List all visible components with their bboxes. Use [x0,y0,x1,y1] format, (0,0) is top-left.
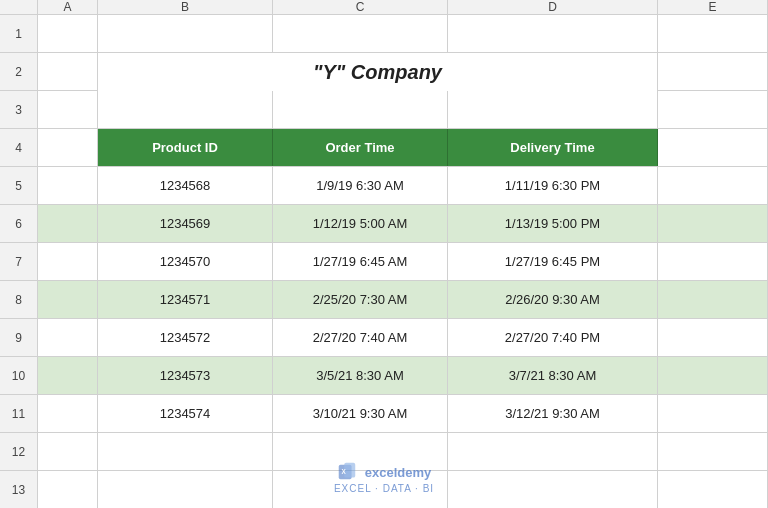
watermark: X exceldemy EXCEL · DATA · BI [334,461,434,494]
company-title: "Y" Company [98,61,657,84]
cell-8a [38,281,98,318]
cell-9e [658,319,768,356]
row-1 [38,15,768,53]
grid-content: "Y" Company Product ID Order Time Delive… [38,15,768,508]
cell-3b [98,91,273,128]
cell-7c: 1/27/19 6:45 AM [273,243,448,280]
svg-rect-1 [344,463,355,478]
title-cell: "Y" Company [98,53,658,91]
cell-6b: 1234569 [98,205,273,242]
cell-5b: 1234568 [98,167,273,204]
col-header-c: C [273,0,448,14]
row-10: 1234573 3/5/21 8:30 AM 3/7/21 8:30 AM [38,357,768,395]
cell-3e [658,91,768,128]
cell-2a [38,53,98,90]
cell-8c: 2/25/20 7:30 AM [273,281,448,318]
cell-7d: 1/27/19 6:45 PM [448,243,658,280]
cell-1b [98,15,273,52]
cell-11a [38,395,98,432]
row-8: 1234571 2/25/20 7:30 AM 2/26/20 9:30 AM [38,281,768,319]
row-3 [38,91,768,129]
cell-10d: 3/7/21 8:30 AM [448,357,658,394]
watermark-logo: X exceldemy [337,461,432,483]
cell-13e [658,471,768,508]
cell-6c: 1/12/19 5:00 AM [273,205,448,242]
cell-12e [658,433,768,470]
exceldemy-icon: X [337,461,359,483]
row-2: "Y" Company [38,53,768,91]
cell-1a [38,15,98,52]
cell-4a [38,129,98,166]
row-num-12: 12 [0,433,37,471]
watermark-name: exceldemy [365,465,432,480]
cell-10b: 1234573 [98,357,273,394]
cell-2e [658,53,768,90]
cell-9a [38,319,98,356]
row-numbers: 1 2 3 4 5 6 7 8 9 10 11 12 13 [0,15,38,508]
cell-1e [658,15,768,52]
cell-6e [658,205,768,242]
cell-10e [658,357,768,394]
row-num-1: 1 [0,15,37,53]
cell-6d: 1/13/19 5:00 PM [448,205,658,242]
cell-7e [658,243,768,280]
row-num-8: 8 [0,281,37,319]
cell-12b [98,433,273,470]
cell-9d: 2/27/20 7:40 PM [448,319,658,356]
header-order-time: Order Time [273,129,448,166]
cell-8e [658,281,768,318]
spreadsheet: A B C D E 1 2 3 4 5 6 7 8 9 10 11 12 13 [0,0,768,508]
row-num-10: 10 [0,357,37,395]
cell-13b [98,471,273,508]
cell-7a [38,243,98,280]
row-num-7: 7 [0,243,37,281]
cell-11c: 3/10/21 9:30 AM [273,395,448,432]
header-product-id: Product ID [98,129,273,166]
row-num-3: 3 [0,91,37,129]
cell-9b: 1234572 [98,319,273,356]
row-5: 1234568 1/9/19 6:30 AM 1/11/19 6:30 PM [38,167,768,205]
corner-cell [0,0,38,14]
watermark-subtitle: EXCEL · DATA · BI [334,483,434,494]
row-num-11: 11 [0,395,37,433]
cell-13d [448,471,658,508]
col-header-e: E [658,0,768,14]
cell-12d [448,433,658,470]
col-header-b: B [98,0,273,14]
cell-4e [658,129,768,166]
cell-3c [273,91,448,128]
cell-5a [38,167,98,204]
col-header-d: D [448,0,658,14]
cell-7b: 1234570 [98,243,273,280]
cell-11d: 3/12/21 9:30 AM [448,395,658,432]
row-num-6: 6 [0,205,37,243]
column-headers: A B C D E [0,0,768,15]
cell-1c [273,15,448,52]
cell-8b: 1234571 [98,281,273,318]
cell-9c: 2/27/20 7:40 AM [273,319,448,356]
row-num-4: 4 [0,129,37,167]
svg-text:X: X [341,468,346,475]
row-num-9: 9 [0,319,37,357]
row-6: 1234569 1/12/19 5:00 AM 1/13/19 5:00 PM [38,205,768,243]
cell-13a [38,471,98,508]
row-4: Product ID Order Time Delivery Time [38,129,768,167]
cell-11b: 1234574 [98,395,273,432]
cell-3a [38,91,98,128]
cell-10a [38,357,98,394]
cell-5c: 1/9/19 6:30 AM [273,167,448,204]
cell-5e [658,167,768,204]
cell-1d [448,15,658,52]
cell-3d [448,91,658,128]
row-num-2: 2 [0,53,37,91]
row-9: 1234572 2/27/20 7:40 AM 2/27/20 7:40 PM [38,319,768,357]
col-header-a: A [38,0,98,14]
cell-5d: 1/11/19 6:30 PM [448,167,658,204]
grid-body: 1 2 3 4 5 6 7 8 9 10 11 12 13 [0,15,768,508]
cell-11e [658,395,768,432]
cell-10c: 3/5/21 8:30 AM [273,357,448,394]
row-num-5: 5 [0,167,37,205]
row-7: 1234570 1/27/19 6:45 AM 1/27/19 6:45 PM [38,243,768,281]
cell-8d: 2/26/20 9:30 AM [448,281,658,318]
header-delivery-time: Delivery Time [448,129,658,166]
